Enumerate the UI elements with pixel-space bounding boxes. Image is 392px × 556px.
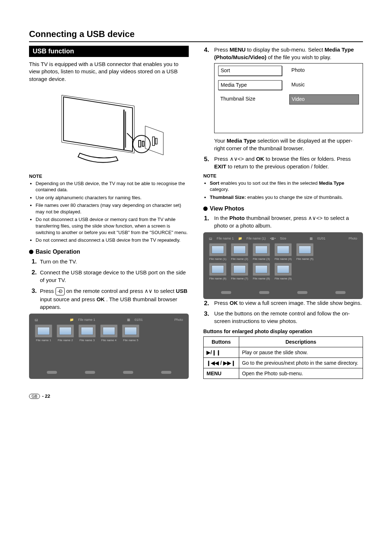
thumbnail: File name 3 <box>78 324 96 342</box>
thumbnail: File name (4) <box>274 243 292 261</box>
thumbnail: File name (1) <box>209 243 226 261</box>
page-title: Connecting a USB device <box>29 29 363 39</box>
basic-operation-head: Basic Operation <box>29 249 189 255</box>
note-item: Sort enables you to sort out the files i… <box>210 180 363 193</box>
vp-step-3: Use the buttons on the remote control an… <box>213 310 363 325</box>
view-photos-steps-cont: Press OK to view a full screen image. Th… <box>203 299 363 325</box>
note-item: Thumbnail Size: enables you to change th… <box>210 194 363 201</box>
basic-operation-label: Basic Operation <box>36 249 80 255</box>
right-column: Press MENU to display the sub-menu. Sele… <box>203 46 363 379</box>
page-icon: ▦ <box>310 237 313 240</box>
size-icon: •▦• <box>270 237 275 240</box>
menu-music: Music <box>289 80 359 90</box>
thumbnail: File name (2) <box>231 243 248 261</box>
bullet-dot-icon <box>29 250 33 254</box>
usb-icon: 🖴 <box>35 318 38 322</box>
view-photos-label: View Photos <box>210 205 244 212</box>
menu-photo: Photo <box>289 66 359 75</box>
svg-rect-3 <box>125 111 126 148</box>
bullet-dot-icon <box>203 207 208 211</box>
thumbnail: File name 5 <box>122 324 139 342</box>
th-buttons: Buttons <box>204 337 239 347</box>
thumbnail: File name (8) <box>253 263 270 280</box>
browser-bottom-pills <box>207 280 359 295</box>
browser-sub: File name (1) <box>246 237 266 240</box>
browser-folder: File name 1 <box>217 237 234 240</box>
btn-desc: Play or pause the slide show. <box>239 347 363 358</box>
menu-mediatype: Media Type <box>218 80 282 90</box>
step4-post: Your Media Type selection will be displa… <box>214 137 363 152</box>
browser-page: 01/01 <box>317 237 326 240</box>
photo-browser-illustration: 🖴 File name 1 📁 File name (1) •▦• Size ▦… <box>203 232 363 299</box>
thumbnail: File name 4 <box>100 324 118 342</box>
section-usb-function: USB function <box>29 46 189 57</box>
view-photos-head: View Photos <box>203 205 363 212</box>
left-column: USB function This TV is equipped with a … <box>29 46 189 379</box>
svg-marker-0 <box>64 97 132 151</box>
browser-mode: Photo <box>174 318 183 322</box>
thumbnail: File name (3) <box>253 243 270 261</box>
step-2: Connect the USB storage device to the US… <box>38 268 189 284</box>
browser-folder: File name 1 <box>78 318 95 322</box>
note-item: Do not disconnect a USB device or memory… <box>36 216 189 236</box>
prev-next-icon: ❙◀◀ / ▶▶❙ <box>207 360 236 366</box>
step-5: Press ∧∨<> and OK to browse the files or… <box>213 155 363 170</box>
gb-badge: GB <box>29 394 40 399</box>
menu-label: MENU <box>207 371 221 376</box>
browser-grid: File name (1) File name (2) File name (3… <box>207 243 359 261</box>
folder-icon: 📁 <box>70 318 74 322</box>
note-item: File names over 80 characters (may vary … <box>36 202 189 215</box>
browser-bottom-pills <box>33 342 185 375</box>
usb-icon: 🖴 <box>209 237 212 240</box>
svg-point-4 <box>133 135 150 153</box>
browser-size: Size <box>280 237 286 240</box>
thumbnail: File name 1 <box>35 324 52 342</box>
browser-grid: File name 1 File name 2 File name 3 File… <box>33 324 185 342</box>
columns: USB function This TV is equipped with a … <box>29 46 363 379</box>
table-row: ▶/❙❙ Play or pause the slide show. <box>204 347 363 358</box>
folder-icon: 📁 <box>238 237 242 240</box>
page: Connecting a USB device USB function Thi… <box>0 0 392 413</box>
buttons-caption: Buttons for enlarged photo display opera… <box>203 328 363 334</box>
source-icon: -Ð <box>56 287 65 295</box>
tv-usb-illustration <box>29 88 189 171</box>
vp-step-1: In the Photo thumbnail browser, press ∧∨… <box>213 214 363 229</box>
browser-mode: Photo <box>348 237 357 240</box>
page-icon: ▦ <box>127 318 130 322</box>
table-row: ❙◀◀ / ▶▶❙ Go to the previous/next photo … <box>204 358 363 368</box>
arrow-keys-icon: ∧∨<> <box>308 215 323 221</box>
browser-topbar: 🖴 📁 File name 1 ▦ 01/01 Photo <box>33 317 185 324</box>
browser-grid: File name (6) File name (7) File name (8… <box>207 263 359 280</box>
steps-left: Turn on the TV. Connect the USB storage … <box>29 257 189 311</box>
vp-step-2: Press OK to view a full screen image. Th… <box>213 299 363 307</box>
svg-rect-10 <box>155 138 157 144</box>
th-descriptions: Descriptions <box>239 337 363 347</box>
btn-desc: Open the Photo sub-menu. <box>239 368 363 379</box>
view-photos-steps: In the Photo thumbnail browser, press ∧∨… <box>203 214 363 229</box>
note-label-left: NOTE <box>29 173 189 179</box>
steps-right: Press MENU to display the sub-menu. Sele… <box>203 46 363 170</box>
page-number: - 22 <box>42 393 50 399</box>
menu-thumbsize: Thumbnail Size <box>218 94 282 104</box>
thumbnail: File name (5) <box>296 243 314 261</box>
btn-desc: Go to the previous/next photo in the sam… <box>239 358 363 368</box>
play-pause-icon: ▶/❙❙ <box>207 349 221 355</box>
note-item: Use only alphanumeric characters for nam… <box>36 195 189 201</box>
note-item: Do not connect and disconnect a USB devi… <box>36 237 189 244</box>
thumbnail: File name (7) <box>231 263 248 280</box>
step-4: Press MENU to display the sub-menu. Sele… <box>213 46 363 152</box>
svg-rect-9 <box>152 137 155 146</box>
buttons-table: Buttons Descriptions ▶/❙❙ Play or pause … <box>203 336 363 379</box>
menu-video-selected: Video <box>289 94 359 105</box>
media-type-menu: Sort Photo Media Type Music Thumbnail Si… <box>214 63 363 133</box>
table-row: MENU Open the Photo sub-menu. <box>204 368 363 379</box>
thumbnail-browser-illustration: 🖴 📁 File name 1 ▦ 01/01 Photo File name … <box>29 314 189 379</box>
title-divider <box>29 41 363 42</box>
intro-text: This TV is equipped with a USB connector… <box>29 61 189 83</box>
menu-sort: Sort <box>218 66 282 76</box>
arrow-keys-icon: ∧∨<> <box>230 156 244 162</box>
note-item: Depending on the USB device, the TV may … <box>36 180 189 193</box>
step-1: Turn on the TV. <box>38 257 189 265</box>
step-3: Press -Ð on the remote control and press… <box>38 287 189 311</box>
browser-page: 01/01 <box>135 318 143 322</box>
